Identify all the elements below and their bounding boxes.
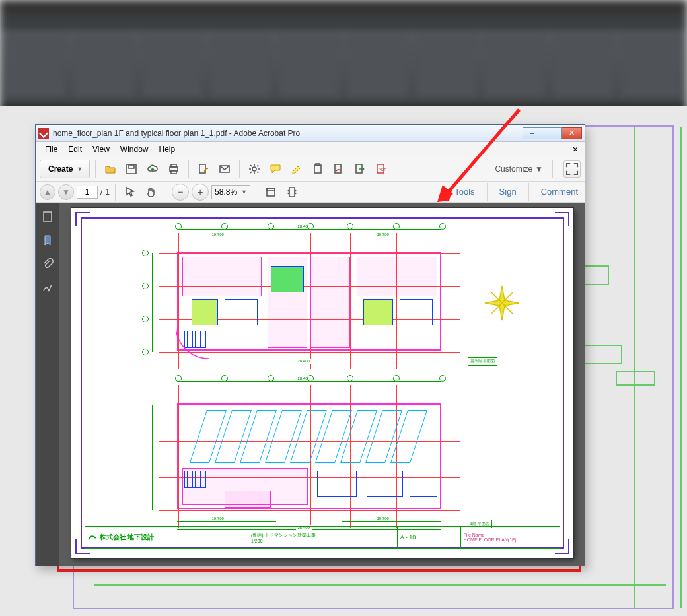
fit-width-icon (265, 186, 277, 198)
create-button[interactable]: Create ▼ (40, 160, 90, 178)
pane-tools[interactable]: Tools (452, 183, 477, 201)
bookmarks-icon[interactable] (40, 233, 55, 248)
svg-rect-15 (335, 164, 341, 173)
svg-rect-19 (267, 188, 275, 196)
svg-marker-25 (499, 303, 505, 320)
window-close-button[interactable]: ✕ (562, 127, 582, 139)
typical-floor-plan (177, 252, 441, 351)
page-sep: / (100, 188, 102, 197)
edit-doc-button[interactable] (194, 160, 213, 178)
cloud-up-icon (147, 163, 159, 175)
svg-marker-26 (485, 300, 502, 306)
svg-rect-8 (171, 164, 176, 167)
page-down-button[interactable]: ▼ (58, 184, 74, 200)
page-pdf-icon: PDF (375, 163, 387, 175)
save-button[interactable] (122, 160, 141, 178)
file-name-label: File Name (464, 533, 557, 537)
menu-help[interactable]: Help (154, 143, 181, 156)
svg-rect-20 (267, 188, 275, 191)
zoom-value: 58.8% (215, 188, 237, 197)
open-button[interactable] (101, 160, 120, 178)
svg-rect-6 (129, 165, 134, 168)
comment-button[interactable] (266, 160, 285, 178)
svg-text:PDF: PDF (379, 168, 386, 172)
fit-width-button[interactable] (262, 183, 280, 201)
svg-rect-5 (127, 164, 136, 174)
settings-button[interactable] (245, 160, 264, 178)
floppy-icon (126, 163, 137, 175)
fit-page-icon (286, 186, 298, 198)
svg-marker-24 (502, 300, 519, 306)
email-button[interactable] (215, 160, 234, 178)
print-button[interactable] (164, 160, 183, 178)
fit-page-button[interactable] (283, 183, 301, 201)
upper-floor-label: 基準階 平面図 (468, 357, 498, 366)
save-cloud-button[interactable] (143, 160, 162, 178)
project-name: (仮称) トドマンション新築工事 (251, 532, 394, 539)
window-title: home_floor_plan 1F and typical floor pla… (53, 129, 523, 138)
task-panes: Tools Sign Comment (452, 183, 581, 201)
dim-upper-left: 10,700 (210, 232, 226, 237)
expand-icon (564, 161, 580, 177)
company-logo: 株式会社 地下設計 (88, 533, 246, 542)
navigation-pane (36, 203, 59, 566)
customize-menu[interactable]: Customize ▼ (491, 162, 547, 176)
zoom-in-button[interactable]: + (192, 184, 209, 201)
toolbar-secondary: ▲ ▼ / 1 − + 58.8% ▼ Tools Sign Comment (36, 182, 585, 203)
page-number-input[interactable] (77, 186, 98, 199)
folder-open-icon (104, 163, 116, 175)
highlight-button[interactable] (287, 160, 306, 178)
stamp-button[interactable] (308, 160, 327, 178)
page-viewport[interactable]: 28,400 10,700 10,700 (59, 203, 585, 566)
floor-plan-drawing: 28,400 10,700 10,700 (98, 225, 547, 521)
page-indicator: / 1 (77, 186, 110, 199)
page-up-button[interactable]: ▲ (40, 184, 55, 200)
drawing-number: A - 10 (400, 534, 458, 541)
menu-file[interactable]: File (40, 143, 63, 156)
window-minimize-button[interactable]: – (523, 127, 542, 139)
signatures-icon[interactable] (40, 281, 55, 295)
titlebar[interactable]: home_floor_plan 1F and typical floor pla… (36, 125, 585, 142)
menu-view[interactable]: View (87, 143, 115, 156)
combine-button[interactable]: PDF (372, 160, 390, 178)
menu-edit[interactable]: Edit (63, 143, 87, 156)
gear-icon (248, 163, 260, 175)
cursor-icon (124, 186, 136, 198)
pane-comment[interactable]: Comment (538, 183, 581, 201)
svg-point-12 (252, 167, 256, 171)
dim-upper-right: 10,700 (375, 232, 391, 237)
hand-tool-button[interactable] (142, 183, 161, 201)
page-pencil-icon (198, 163, 209, 175)
export-button[interactable] (351, 160, 369, 178)
highlighter-icon (291, 163, 303, 175)
acrobat-window: home_floor_plan 1F and typical floor pla… (35, 124, 585, 566)
document-area: 28,400 10,700 10,700 (36, 203, 585, 566)
page-arrow-icon (354, 163, 366, 175)
caret-down-icon: ▼ (535, 164, 543, 174)
signature-icon (333, 163, 345, 175)
menubar-close-icon[interactable]: × (570, 144, 581, 154)
page-total: 1 (105, 188, 110, 197)
north-arrow-icon (484, 285, 521, 322)
svg-rect-21 (289, 188, 295, 197)
clipboard-icon (312, 163, 324, 175)
read-mode-button[interactable] (563, 160, 581, 178)
select-tool-button[interactable] (121, 183, 139, 201)
drawing-scale: 1/200 (251, 539, 394, 543)
attachments-icon[interactable] (40, 257, 55, 271)
caret-down-icon: ▼ (241, 189, 247, 195)
first-floor-plan (177, 403, 441, 509)
svg-rect-9 (171, 170, 176, 174)
acrobat-app-icon (38, 128, 49, 139)
thumbnails-icon[interactable] (40, 209, 55, 224)
zoom-level[interactable]: 58.8% ▼ (211, 185, 250, 199)
envelope-icon (219, 163, 231, 175)
customize-label: Customize (495, 164, 532, 174)
pane-sign[interactable]: Sign (497, 183, 519, 201)
speech-bubble-icon (270, 163, 281, 175)
window-maximize-button[interactable]: □ (542, 127, 562, 139)
menu-window[interactable]: Window (115, 143, 154, 156)
zoom-out-button[interactable]: − (172, 184, 189, 201)
hand-icon (145, 186, 157, 198)
sign-button[interactable] (330, 160, 348, 178)
